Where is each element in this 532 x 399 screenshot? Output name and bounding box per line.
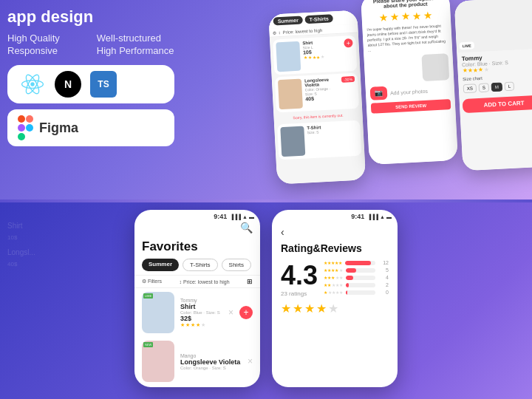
tech-badge-container: N TS: [7, 65, 174, 103]
typescript-icon: TS: [90, 71, 117, 98]
product-image-3: [280, 126, 305, 157]
add-to-cart-btn[interactable]: ADD TO CART: [463, 95, 532, 113]
rating-signal-icon: ▐▐▐: [367, 214, 378, 219]
product-info-3: T-Shirt Size: S: [307, 123, 358, 135]
svg-point-0: [30, 82, 34, 86]
battery-icon: ▬: [249, 214, 254, 219]
bg-ghost: Shirt 10$ Longsl... 40$: [7, 217, 35, 272]
favorites-title: Favorites: [142, 239, 253, 254]
react-icon: [19, 71, 46, 98]
features-grid: High Quality Well-structured Responsive …: [7, 33, 174, 56]
chip-summer: Summer: [273, 16, 303, 25]
rating-title: Rating&Reviews: [281, 242, 389, 254]
bottom-section: Shirt 10$ Longsl... 40$ 9:41 ▐▐▐ ▲ ▬ 🔍 F…: [0, 202, 532, 399]
pb-sort[interactable]: ↕ Price: lowest to high: [179, 279, 229, 284]
pb-product-img-1: LIME: [142, 292, 174, 333]
phones-bottom: 9:41 ▐▐▐ ▲ ▬ 🔍 Favorites Summer T-Shirts…: [134, 210, 398, 387]
product-image: [276, 41, 301, 72]
send-review-button[interactable]: SEND REVIEW: [371, 99, 451, 114]
feature-high-performance: High Performance: [97, 45, 174, 56]
chip-summer-active[interactable]: Summer: [142, 259, 179, 271]
time: 9:41: [214, 213, 227, 220]
product-hero-image: LIME: [454, 0, 532, 53]
back-arrow[interactable]: ‹: [281, 226, 389, 238]
rating-content: ‹ Rating&Reviews 4.3 23 ratings ★★★★★ 12: [272, 222, 398, 324]
add-button[interactable]: +: [344, 38, 353, 48]
phone-2: Please share your opinion about the prod…: [361, 0, 458, 165]
ratings-count: 23 ratings: [281, 290, 318, 297]
review-screen: Please share your opinion about the prod…: [361, 0, 458, 165]
rating-status-bar: 9:41 ▐▐▐ ▲ ▬: [272, 210, 398, 222]
app-title: app design: [7, 7, 174, 27]
rating-wifi-icon: ▲: [380, 214, 385, 219]
pb-filters[interactable]: ⚙ Filters: [142, 279, 162, 284]
chip-tshirts-outline[interactable]: T-Shirts: [183, 259, 218, 271]
pb-product-details-2: Mango Longsleeve Violeta Color: Orange ·…: [180, 353, 242, 370]
rating-score: 4.3: [281, 262, 318, 289]
pb-close-1[interactable]: ×: [228, 307, 233, 318]
add-photo-btn[interactable]: 📷: [370, 86, 388, 100]
photo-thumbnail: [421, 53, 449, 81]
figma-label: Figma: [39, 120, 78, 136]
rating-battery-icon: ▬: [386, 214, 392, 219]
review-text: I'm super happy with these! I've never b…: [366, 23, 448, 53]
feature-high-quality: High Quality: [7, 33, 85, 44]
product-item-3: T-Shirt Size: S: [277, 120, 361, 160]
top-section: app design High Quality Well-structured …: [0, 0, 532, 200]
wifi-icon: ▲: [242, 214, 248, 219]
favorites-phone: 9:41 ▐▐▐ ▲ ▬ 🔍 Favorites Summer T-Shirts…: [134, 210, 260, 387]
signal-icon: ▐▐▐: [230, 214, 241, 219]
chip-tshirts: T-Shirts: [304, 14, 333, 24]
search-icon-top[interactable]: 🔍: [134, 222, 260, 236]
chip-shirts-outline[interactable]: Shirts: [222, 259, 251, 271]
pb-filter-row: ⚙ Filters ↕ Price: lowest to high ⊞: [134, 275, 260, 288]
rating-time: 9:41: [351, 213, 364, 220]
pb-product-1: LIME Tommy Shirt Color: Blue · Size: S 3…: [134, 288, 260, 337]
rating-bars: ★★★★★ 12 ★★★★★ 5 ★★★★★: [324, 260, 389, 297]
phones-top: Summer T-Shirts ⚙ ↕ Price: lowest to hig…: [267, 0, 532, 170]
status-bar: 9:41 ▐▐▐ ▲ ▬: [134, 210, 260, 222]
rating-phone: 9:41 ▐▐▐ ▲ ▬ ‹ Rating&Reviews 4.3 23 rat…: [272, 210, 398, 387]
product-item-2: Longsleeve Violeta Color: Orange · Size:…: [275, 73, 359, 113]
filter-icon: ⚙: [272, 30, 276, 35]
filter-text: Price: lowest to high: [282, 28, 322, 35]
sort-icon: ↕: [278, 30, 280, 35]
pb-product-2: NEW Mango Longsleeve Violeta Color: Oran…: [134, 337, 260, 386]
next-icon: N: [55, 71, 81, 98]
feature-responsive: Responsive: [7, 45, 85, 56]
pb-chips: Summer T-Shirts Shirts: [134, 259, 260, 275]
phone-3: LIME Tommy Color: Blue · Size: S ★★★★★ S…: [454, 0, 532, 171]
review-stars: ★ ★ ★ ★ ★: [366, 8, 446, 24]
product-info: Shirt Size L 10$ ★★★★★: [302, 39, 341, 61]
pb-close-2[interactable]: ×: [248, 356, 253, 366]
camera-icon: 📷: [375, 89, 383, 98]
pb-grid-icon[interactable]: ⊞: [247, 278, 253, 285]
pb-product-img-2: NEW: [142, 341, 174, 382]
product-image-2: [278, 79, 303, 110]
discount-badge: -30%: [341, 76, 355, 83]
pb-product-details-1: Tommy Shirt Color: Blue · Size: S 32$ ★★…: [180, 298, 222, 328]
add-photo-label: Add your photos: [390, 88, 428, 95]
feature-well-structured: Well-structured: [97, 33, 174, 44]
pb-add-1[interactable]: +: [239, 306, 253, 319]
left-content: app design High Quality Well-structured …: [7, 7, 174, 146]
product-item: Shirt Size L 10$ ★★★★★ +: [273, 35, 357, 75]
figma-icon: [18, 115, 33, 140]
phone-1: Summer T-Shirts ⚙ ↕ Price: lowest to hig…: [268, 10, 366, 185]
figma-badge: Figma: [7, 109, 174, 146]
pb-header: Favorites: [134, 236, 260, 259]
rating-stars-display: ★ ★ ★ ★ ★: [281, 301, 389, 316]
add-photo-area[interactable]: 📷 Add your photos: [370, 83, 451, 100]
review-title: Please share your opinion about the prod…: [365, 0, 446, 10]
product-info-2: Longsleeve Violeta Color: Orange · Size:…: [304, 77, 340, 101]
